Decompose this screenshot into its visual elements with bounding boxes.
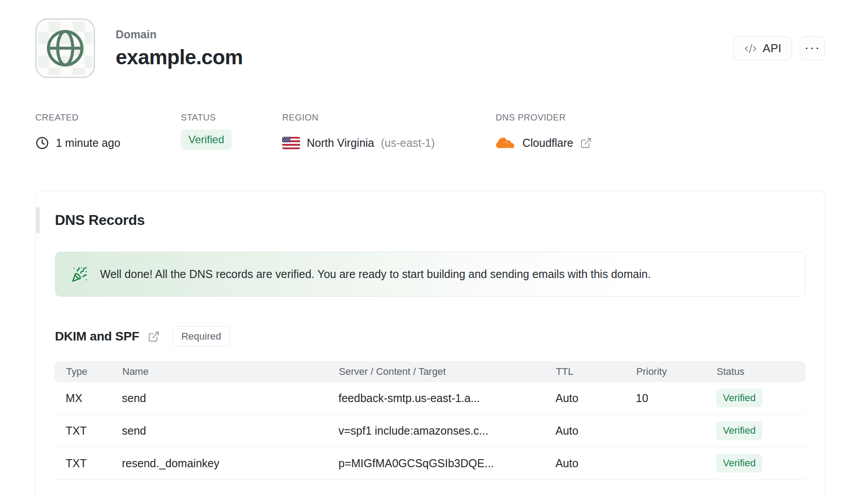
dns-records-card: DNS Records Well done! All the DNS recor… [35, 191, 825, 498]
verified-badge: Verified [716, 454, 762, 473]
cell-type: TXT [66, 424, 122, 437]
cell-type: MX [66, 392, 122, 405]
cell-name: send [122, 424, 338, 437]
created-label: CREATED [35, 113, 181, 122]
section-indicator [36, 207, 40, 233]
table-row: TXT send v=spf1 include:amazonses.c... A… [55, 415, 805, 447]
cell-name: send [122, 392, 338, 405]
domain-header: Domain example.com API ··· [35, 18, 825, 78]
region-label: REGION [282, 113, 496, 122]
table-row: MX send feedback-smtp.us-east-1.a... Aut… [55, 382, 805, 415]
ellipsis-icon: ··· [805, 40, 821, 55]
dns-records-heading: DNS Records [55, 212, 805, 228]
cell-content: feedback-smtp.us-east-1.a... [338, 392, 555, 405]
cloudflare-icon [496, 136, 516, 150]
verified-badge: Verified [716, 389, 762, 407]
dns-provider-label: DNS PROVIDER [496, 113, 592, 122]
meta-dns-provider: DNS PROVIDER Cloudflare [496, 113, 592, 152]
cell-ttl: Auto [555, 457, 636, 470]
title-block: Domain example.com [116, 18, 243, 67]
banner-message: Well done! All the DNS records are verif… [100, 268, 651, 281]
globe-icon [44, 27, 86, 69]
more-actions-button[interactable]: ··· [800, 36, 825, 61]
api-button-label: API [763, 42, 781, 55]
dkim-spf-header: DKIM and SPF Required [55, 326, 805, 347]
verified-badge: Verified [716, 421, 762, 440]
col-header-content: Server / Content / Target [339, 366, 556, 378]
status-label: STATUS [181, 113, 282, 122]
cell-type: TXT [66, 457, 122, 470]
page-eyebrow: Domain [116, 29, 243, 40]
cell-priority: 10 [636, 392, 716, 405]
col-header-ttl: TTL [556, 366, 636, 378]
cell-ttl: Auto [555, 424, 636, 437]
region-value: North Virginia [307, 137, 374, 149]
region-code: (us-east-1) [381, 137, 435, 149]
api-button[interactable]: API [734, 36, 792, 61]
table-row: TXT resend._domainkey p=MIGfMA0GCSqGSIb3… [55, 447, 805, 480]
required-badge: Required [172, 326, 230, 347]
domain-meta: CREATED 1 minute ago STATUS Verified REG… [35, 113, 592, 152]
domain-avatar [35, 18, 95, 78]
header-actions: API ··· [734, 36, 825, 61]
cell-content: p=MIGfMA0GCSqGSIb3DQE... [338, 457, 555, 470]
external-link-icon[interactable] [148, 331, 160, 343]
meta-region: REGION [282, 113, 496, 152]
page-title: example.com [116, 47, 243, 67]
cell-content: v=spf1 include:amazonses.c... [338, 424, 555, 437]
cell-ttl: Auto [555, 392, 636, 405]
meta-status: STATUS Verified [181, 113, 282, 150]
table-header-row: Type Name Server / Content / Target TTL … [55, 361, 805, 382]
created-value: 1 minute ago [56, 137, 121, 149]
col-header-name: Name [122, 366, 339, 378]
code-icon [744, 42, 757, 55]
col-header-type: Type [66, 366, 122, 378]
dns-records-table: Type Name Server / Content / Target TTL … [55, 361, 805, 480]
meta-created: CREATED 1 minute ago [35, 113, 181, 152]
col-header-status: Status [717, 366, 805, 378]
external-link-icon[interactable] [580, 137, 592, 149]
col-header-priority: Priority [636, 366, 717, 378]
clock-icon [35, 136, 49, 150]
success-banner: Well done! All the DNS records are verif… [55, 252, 805, 297]
cell-name: resend._domainkey [122, 457, 338, 470]
domain-detail-page: Domain example.com API ··· CREATED 1 min [0, 0, 868, 498]
dkim-spf-heading: DKIM and SPF [55, 329, 139, 344]
status-badge: Verified [181, 129, 232, 150]
dns-provider-value: Cloudflare [522, 137, 573, 149]
us-flag-icon [282, 137, 300, 149]
party-popper-icon [71, 266, 88, 282]
